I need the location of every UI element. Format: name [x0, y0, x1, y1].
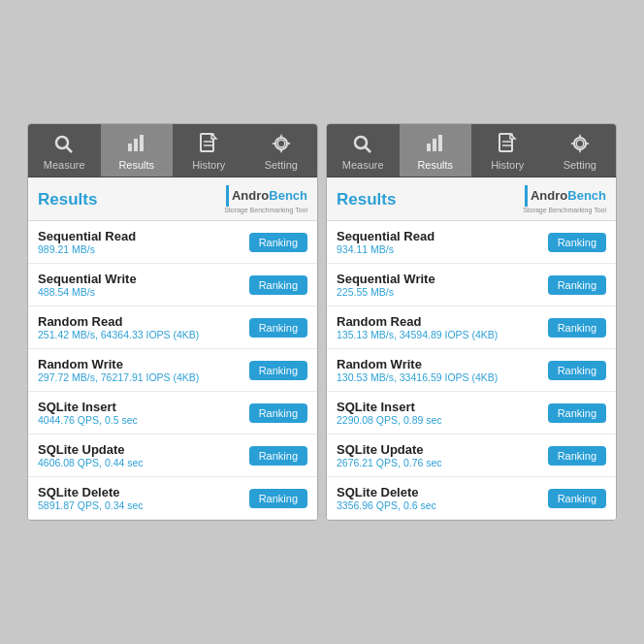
nav-item-measure-left[interactable]: Measure: [28, 124, 101, 177]
table-row: Random Read135.13 MB/s, 34594.89 IOPS (4…: [327, 306, 616, 349]
svg-point-0: [56, 137, 68, 148]
result-name: Sequential Write: [38, 272, 137, 286]
results-title: Results: [38, 190, 97, 209]
table-row: SQLite Insert4044.76 QPS, 0.5 secRanking: [28, 392, 317, 435]
logo-sub: Storage Benchmarking Tool: [523, 207, 606, 214]
table-row: Random Write297.72 MB/s, 76217.91 IOPS (…: [28, 349, 317, 392]
result-value: 4044.76 QPS, 0.5 sec: [38, 414, 138, 426]
ranking-button[interactable]: Ranking: [548, 275, 606, 295]
result-name: SQLite Delete: [38, 485, 144, 499]
ranking-button[interactable]: Ranking: [249, 446, 307, 466]
result-value: 225.55 MB/s: [337, 286, 435, 298]
ranking-button[interactable]: Ranking: [548, 403, 606, 423]
ranking-button[interactable]: Ranking: [548, 446, 606, 466]
ranking-button[interactable]: Ranking: [548, 361, 606, 380]
bar-chart-icon: [422, 132, 449, 155]
table-row: SQLite Insert2290.08 QPS, 0.89 secRankin…: [327, 392, 616, 435]
result-list-right: Sequential Read934.11 MB/sRankingSequent…: [327, 221, 616, 520]
nav-label-history: History: [192, 159, 225, 171]
result-name: Random Read: [38, 314, 199, 329]
result-value: 488.54 MB/s: [38, 286, 137, 298]
result-info: SQLite Insert2290.08 QPS, 0.89 sec: [337, 400, 442, 426]
svg-rect-3: [134, 139, 138, 151]
result-info: Random Write130.53 MB/s, 33416.59 IOPS (…: [337, 357, 498, 383]
ranking-button[interactable]: Ranking: [548, 233, 606, 252]
nav-label-setting: Setting: [564, 159, 596, 171]
document-icon: [494, 132, 521, 155]
nav-label-results: Results: [118, 159, 154, 171]
result-value: 297.72 MB/s, 76217.91 IOPS (4KB): [38, 371, 199, 383]
result-info: Sequential Write488.54 MB/s: [38, 272, 137, 298]
result-name: Random Write: [38, 357, 199, 371]
svg-rect-14: [433, 139, 436, 151]
table-row: Random Read251.42 MB/s, 64364.33 IOPS (4…: [28, 306, 317, 349]
results-header-left: ResultsAndroBenchStorage Benchmarking To…: [28, 177, 317, 221]
result-name: SQLite Insert: [337, 400, 442, 414]
result-value: 2676.21 QPS, 0.76 sec: [337, 457, 442, 468]
svg-rect-15: [438, 135, 442, 151]
result-info: SQLite Update2676.21 QPS, 0.76 sec: [337, 442, 442, 468]
result-info: Sequential Read989.21 MB/s: [38, 229, 136, 255]
table-row: SQLite Delete3356.96 QPS, 0.6 secRanking: [327, 477, 616, 520]
table-row: Random Write130.53 MB/s, 33416.59 IOPS (…: [327, 349, 616, 392]
document-icon: [195, 132, 222, 155]
logo-bar: [525, 185, 528, 207]
androbench-logo: AndroBenchStorage Benchmarking Tool: [224, 185, 307, 214]
table-row: Sequential Write225.55 MB/sRanking: [327, 264, 616, 306]
gear-icon: [566, 132, 594, 155]
result-name: Sequential Write: [337, 272, 435, 286]
main-container: Measure Results History SettingResultsAn…: [17, 113, 627, 531]
svg-point-11: [355, 137, 367, 148]
svg-point-21: [577, 141, 583, 146]
nav-bar-left: Measure Results History Setting: [28, 124, 317, 177]
result-name: SQLite Update: [337, 442, 442, 457]
ranking-button[interactable]: Ranking: [249, 403, 307, 423]
result-info: Sequential Read934.11 MB/s: [337, 229, 435, 255]
results-title: Results: [337, 190, 396, 209]
table-row: SQLite Update4606.08 QPS, 0.44 secRankin…: [28, 435, 317, 477]
ranking-button[interactable]: Ranking: [249, 233, 307, 252]
result-name: SQLite Update: [38, 442, 144, 457]
logo-bar: [226, 185, 229, 207]
logo-sub: Storage Benchmarking Tool: [224, 207, 307, 214]
table-row: SQLite Update2676.21 QPS, 0.76 secRankin…: [327, 435, 616, 477]
nav-item-measure-right[interactable]: Measure: [327, 124, 400, 177]
nav-label-results: Results: [417, 159, 453, 171]
ranking-button[interactable]: Ranking: [548, 318, 606, 338]
ranking-button[interactable]: Ranking: [249, 489, 307, 508]
result-value: 2290.08 QPS, 0.89 sec: [337, 414, 442, 426]
phone-right: Measure Results History SettingResultsAn…: [326, 123, 617, 521]
result-info: Sequential Write225.55 MB/s: [337, 272, 435, 298]
logo-bench: Bench: [269, 188, 307, 203]
result-name: Sequential Read: [38, 229, 136, 243]
result-value: 989.21 MB/s: [38, 243, 136, 255]
result-name: Sequential Read: [337, 229, 435, 243]
result-info: Random Read251.42 MB/s, 64364.33 IOPS (4…: [38, 314, 199, 340]
table-row: Sequential Read989.21 MB/sRanking: [28, 221, 317, 264]
nav-item-history-right[interactable]: History: [471, 124, 544, 177]
ranking-button[interactable]: Ranking: [249, 275, 307, 295]
svg-rect-2: [128, 144, 132, 151]
nav-bar-right: Measure Results History Setting: [327, 124, 616, 177]
svg-rect-13: [427, 144, 431, 151]
nav-item-results-left[interactable]: Results: [101, 124, 174, 177]
svg-line-1: [67, 146, 73, 152]
nav-item-history-left[interactable]: History: [173, 124, 245, 177]
gear-icon: [268, 132, 295, 155]
result-list-left: Sequential Read989.21 MB/sRankingSequent…: [28, 221, 317, 520]
results-header-right: ResultsAndroBenchStorage Benchmarking To…: [327, 177, 616, 221]
nav-label-measure: Measure: [44, 159, 85, 171]
logo-andro: Andro: [531, 188, 567, 203]
ranking-button[interactable]: Ranking: [548, 489, 606, 508]
search-icon: [349, 132, 376, 155]
ranking-button[interactable]: Ranking: [249, 361, 307, 380]
nav-item-results-right[interactable]: Results: [400, 124, 472, 177]
search-icon: [50, 132, 78, 155]
nav-item-setting-right[interactable]: Setting: [544, 124, 617, 177]
result-value: 130.53 MB/s, 33416.59 IOPS (4KB): [337, 371, 498, 383]
result-info: SQLite Insert4044.76 QPS, 0.5 sec: [38, 400, 138, 426]
nav-item-setting-left[interactable]: Setting: [245, 124, 318, 177]
result-value: 5891.87 QPS, 0.34 sec: [38, 499, 144, 511]
androbench-logo: AndroBenchStorage Benchmarking Tool: [523, 185, 606, 214]
ranking-button[interactable]: Ranking: [249, 318, 307, 338]
